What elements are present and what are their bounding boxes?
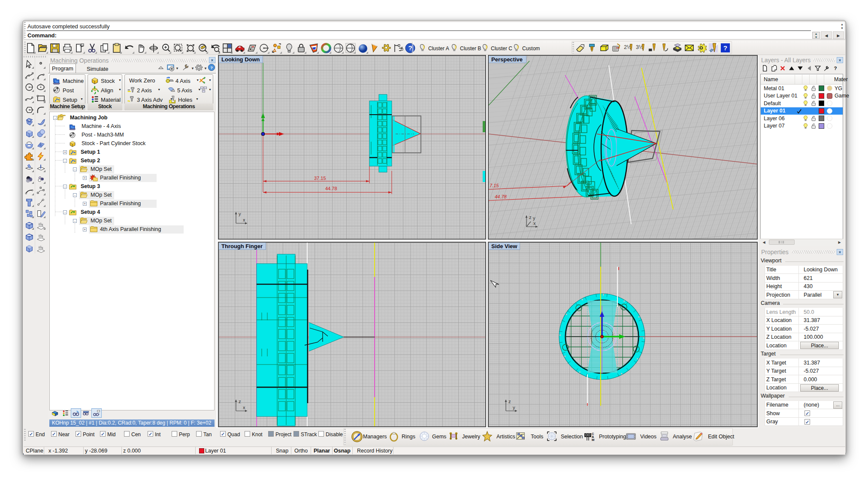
svg-text:x: x <box>243 405 245 410</box>
svg-text:x: x <box>533 221 536 226</box>
svg-text:?: ? <box>210 65 213 70</box>
svg-text:37.15: 37.15 <box>314 176 326 181</box>
svg-text:?: ? <box>723 44 727 52</box>
svg-text:?: ? <box>408 44 412 52</box>
svg-text:y: y <box>533 216 535 221</box>
svg-text:?: ? <box>834 65 837 71</box>
svg-text:x: x <box>243 217 245 222</box>
svg-text:44.78: 44.78 <box>495 194 507 199</box>
svg-text:y: y <box>239 211 241 216</box>
svg-text:44.78: 44.78 <box>325 186 337 191</box>
svg-text:M: M <box>592 438 594 442</box>
svg-text:7.15: 7.15 <box>490 183 499 188</box>
svg-text:y: y <box>513 405 515 410</box>
svg-text:z: z <box>508 399 511 404</box>
svg-text:z: z <box>529 215 532 220</box>
svg-text:z: z <box>239 399 241 404</box>
